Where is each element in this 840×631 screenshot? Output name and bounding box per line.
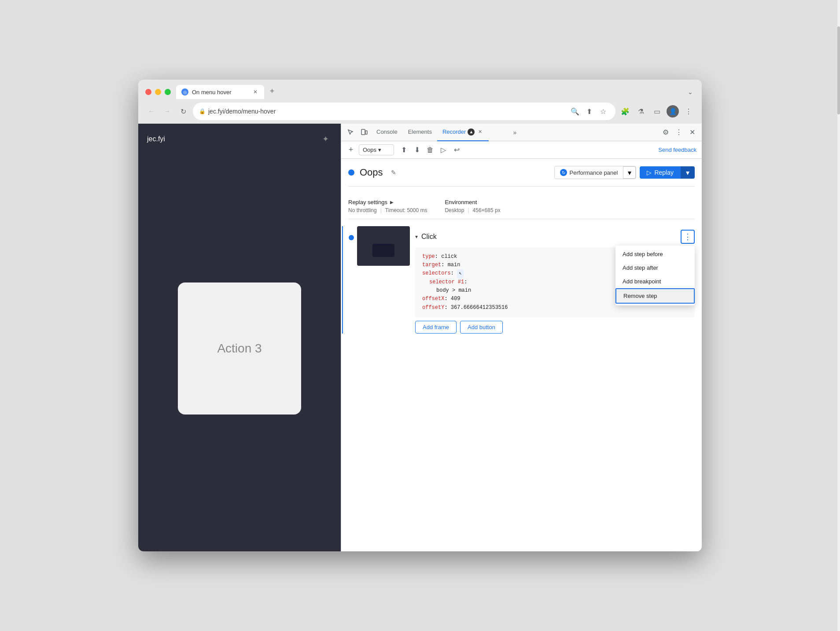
replay-button-group: ▷ Replay ▾ [640,166,695,179]
tab-title: On menu hover [192,89,248,95]
performance-panel-label: Performance panel [570,169,618,176]
more-options-icon[interactable]: ⋮ [682,105,695,117]
environment-label: Environment [445,199,500,205]
performance-panel-dropdown[interactable]: ▾ [623,166,636,179]
delete-recording-button[interactable]: 🗑 [424,144,436,156]
devtools-close-button[interactable]: ✕ [686,126,698,139]
tab-recorder-close-icon[interactable]: ✕ [476,128,483,136]
performance-icon: ↻ [560,169,567,176]
recording-controls: ↻ Performance panel ▾ ▷ Replay ▾ [554,166,695,179]
url-text: jec.fyi/demo/menu-hover [208,108,276,115]
window-minimize-icon[interactable]: ⌄ [686,87,695,97]
context-menu: Add step before Add step after Add break… [615,246,695,305]
code-target-value: main [448,262,461,268]
timeout-value: Timeout: 5000 ms [385,207,427,213]
throttling-value: No throttling [348,207,377,213]
tab-elements[interactable]: Elements [403,124,437,141]
devtools-more-button[interactable]: ⋮ [673,126,685,139]
minimize-button[interactable] [155,89,161,95]
recorder-toolbar: + Oops ▾ ⬆ ⬇ 🗑 ▷ ↩ Send feedback [341,141,702,159]
sidebar-icon[interactable]: ▭ [651,105,663,117]
step-thumbnail-inner [372,244,394,257]
code-offsetx-value: 409 [451,296,461,302]
replay-play-icon: ▷ [647,169,652,176]
send-feedback-button[interactable]: Send feedback [656,145,698,155]
code-offsety-value: 367.66666412353516 [451,304,508,311]
forward-button[interactable]: → [161,105,173,117]
title-bar: ◎ On menu hover ✕ + ⌄ [138,80,702,99]
undo-button[interactable]: ↩ [450,144,463,156]
replay-dropdown-button[interactable]: ▾ [681,166,695,179]
recorder-actions: ⬆ ⬇ 🗑 ▷ ↩ [398,144,463,156]
context-menu-remove-step[interactable]: Remove step [615,288,695,304]
recording-header: Oops ✎ ↻ Performance panel ▾ [348,166,695,187]
profile-button[interactable]: 👤 [667,105,679,117]
share-icon[interactable]: ⬆ [583,105,595,117]
more-tabs-button[interactable]: » [512,129,519,136]
inspect-element-button[interactable] [345,126,357,139]
maximize-button[interactable] [165,89,171,95]
theme-toggle-button[interactable]: ✦ [319,132,332,146]
main-content: jec.fyi ✦ Action 3 Cons [138,124,702,551]
tabs-bar: ◎ On menu hover ✕ + ⌄ [176,85,695,99]
replay-button[interactable]: ▷ Replay [640,166,681,179]
tab-close-button[interactable]: ✕ [252,88,259,95]
desktop-label: Desktop [445,207,464,213]
code-offsety-key: offsetY [422,304,444,311]
extensions-icon[interactable]: 🧩 [619,105,631,117]
lock-icon: 🔒 [199,108,206,114]
step-menu-button[interactable]: ⋮ [681,230,695,244]
active-tab[interactable]: ◎ On menu hover ✕ [176,85,264,99]
context-menu-add-breakpoint[interactable]: Add breakpoint [615,275,695,288]
performance-panel-button[interactable]: ↻ Performance panel [555,166,623,179]
devtools-panel: Console Elements Recorder ▲ ✕ » ⚙ ⋮ ✕ [341,124,702,551]
tab-recorder[interactable]: Recorder ▲ ✕ [437,124,489,141]
recorder-badge: ▲ [468,128,475,136]
export-button[interactable]: ⬆ [398,144,410,156]
code-target-key: target [422,262,441,268]
code-offsetx-key: offsetX [422,296,444,302]
code-selector-num-key: selector #1 [429,279,464,285]
devtools-tabs: Console Elements Recorder ▲ ✕ [371,124,511,141]
devtools-settings-button[interactable]: ⚙ [659,126,672,139]
address-input[interactable]: 🔒 jec.fyi/demo/menu-hover 🔍 ⬆ ☆ [193,103,615,120]
address-bar: ← → ↻ 🔒 jec.fyi/demo/menu-hover 🔍 ⬆ ☆ 🧩 … [138,99,702,124]
action-card: Action 3 [178,282,301,415]
selector-icon[interactable]: ↖ [457,269,464,278]
recording-title: Oops [360,167,383,178]
replay-settings-label[interactable]: Replay settings ▶ [348,199,427,205]
refresh-button[interactable]: ↻ [177,105,189,117]
tab-console[interactable]: Console [371,124,403,141]
play-step-button[interactable]: ▷ [437,144,449,156]
step-container: Action 1 ▾ Click ⋮ [357,226,695,334]
back-button[interactable]: ← [145,105,158,117]
import-button[interactable]: ⬇ [411,144,423,156]
close-button[interactable] [145,89,151,95]
code-type-value: click [441,253,457,260]
bookmark-icon[interactable]: ☆ [597,105,609,117]
context-menu-add-after[interactable]: Add step after [615,261,695,275]
step-content: ▾ Click ⋮ type: click target: main [415,226,695,334]
experiments-icon[interactable]: ⚗ [635,105,647,117]
edit-title-button[interactable]: ✎ [388,167,399,178]
website-header: jec.fyi ✦ [147,132,332,146]
add-button-button[interactable]: Add button [460,321,503,334]
context-menu-add-before[interactable]: Add step before [615,247,695,261]
step-type-label: Click [421,233,437,241]
add-recording-button[interactable]: + [345,144,357,156]
recorder-content: Oops ✎ ↻ Performance panel ▾ [341,159,702,551]
step-header[interactable]: ▾ Click ⋮ [415,226,695,247]
recording-select[interactable]: Oops ▾ [359,144,394,155]
environment-values: Desktop | 456×685 px [445,207,500,213]
recording-dot [348,169,354,176]
replay-settings-section: Replay settings ▶ No throttling | Timeou… [348,194,695,219]
replay-settings-arrow-icon: ▶ [390,200,394,205]
tab-favicon: ◎ [181,88,188,95]
device-toolbar-button[interactable] [358,126,370,139]
add-frame-button[interactable]: Add frame [415,321,457,334]
search-icon[interactable]: 🔍 [569,105,581,117]
code-selector-value: body > main [436,287,471,293]
new-tab-button[interactable]: + [266,85,278,97]
steps-area: Action 1 ▾ Click ⋮ [348,226,695,334]
step-thumbnail: Action 1 [357,226,410,334]
